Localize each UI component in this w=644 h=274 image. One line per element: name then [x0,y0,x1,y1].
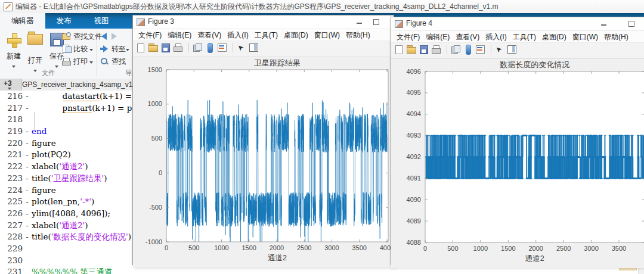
menu-item-7[interactable]: 帮助(H) [601,32,631,42]
menu-item-2[interactable]: 查看(V) [453,32,482,42]
compare-dropdown-caret[interactable] [89,49,93,51]
figure4-titlebar[interactable]: Figure 4 [391,17,644,31]
menu-item-7[interactable]: 帮助(H) [343,30,373,41]
toolbar-separator [233,43,233,52]
print-dropdown-caret[interactable] [89,61,93,64]
figure3-titlebar[interactable]: Figure 3 [133,15,394,29]
menu-item-1[interactable]: 编辑(E) [423,32,453,42]
save-figure-icon[interactable] [419,45,430,54]
menu-item-0[interactable]: 文件(F) [135,30,165,41]
goto-icon [100,45,109,52]
exec-marker: - [23,208,32,220]
new-figure-icon[interactable] [135,43,147,52]
property-inspector-icon[interactable] [249,43,260,52]
figure4-window[interactable]: Figure 4 文件(F)编辑(E)查看(V)插入(I)工具(T)桌面(D)窗… [391,17,644,265]
figure4-canvas: 0500100015002000250030003500408840894090… [391,59,644,268]
new-figure-icon[interactable] [394,45,405,54]
toolbar-separator [491,45,491,54]
minimize-button[interactable] [596,17,612,30]
y-tick-label: 0 [159,169,162,176]
code-text: pnstart(k+1) = p [32,103,132,113]
exec-marker: - [23,161,32,173]
figure4-toolbar [391,43,644,59]
insert-colorbar-icon[interactable] [205,43,216,52]
exec-marker: - [23,185,32,197]
open-file-icon[interactable] [406,45,417,54]
goto-dropdown-caret[interactable] [126,49,129,51]
menu-item-6[interactable]: 窗口(W) [569,32,601,42]
ribbon-tab-view[interactable]: 视图 [83,13,120,29]
find-button[interactable]: 查找 [100,55,126,67]
code-text: xlabel('通道2') [32,161,88,171]
document-tab[interactable]: GPS_receiver_tracking_4samp_v1.m [21,79,134,91]
save-dropdown-caret[interactable] [55,66,58,68]
menu-item-0[interactable]: 文件(F) [394,32,423,42]
x-tick-label: 500 [447,245,458,252]
menu-item-1[interactable]: 编辑(E) [165,30,194,41]
doc-overflow-badge[interactable]: +3 [4,79,12,90]
x-tick-label: 2000 [528,245,543,252]
menu-item-4[interactable]: 工具(T) [252,30,281,41]
code-text: plot(len_pn,'-*') [32,197,94,206]
y-tick-label: 4088 [407,239,421,246]
ribbon-tab-editor[interactable]: 编辑器 [0,13,45,29]
compare-button[interactable]: 比较 [62,43,93,55]
insert-legend-icon[interactable] [217,43,228,52]
y-tick-label: 1000 [148,100,162,107]
x-tick-label: 3000 [584,245,598,252]
exec-marker: - [23,102,32,114]
exec-marker: - [23,126,32,138]
menu-item-5[interactable]: 桌面(D) [539,32,569,42]
maximize-button[interactable] [624,17,639,30]
print-figure-icon[interactable] [431,45,442,54]
edit-plot-pointer-icon[interactable] [236,43,247,52]
toolbar-separator [188,43,189,52]
save-figure-icon[interactable] [160,43,172,52]
minimize-button[interactable] [352,15,367,29]
y-tick-label: 4091 [407,175,421,182]
maximize-button[interactable] [369,15,384,29]
property-inspector-icon[interactable] [507,45,518,54]
y-tick-label: 500 [151,135,162,142]
menu-item-5[interactable]: 桌面(D) [281,30,311,41]
exec-marker: - [23,173,32,185]
menu-item-4[interactable]: 工具(T) [510,32,539,42]
insert-legend-icon[interactable] [475,45,487,54]
back-icon[interactable] [101,33,107,40]
y-tick-label: 4095 [407,89,421,96]
matlab-titlebar: 编辑器 - E:\北邮合作\GPSmatlab\gps部分数据及说明\本人研究生… [0,0,644,14]
print-figure-icon[interactable] [173,43,184,52]
x-tick-label: 500 [188,244,199,251]
exec-marker: - [23,149,32,161]
new-dropdown-caret[interactable] [12,66,16,68]
figure3-window[interactable]: Figure 3 文件(F)编辑(E)查看(V)插入(I)工具(T)桌面(D)窗… [132,15,394,265]
x-tick-label: 1500 [242,244,256,251]
line-number: 219 [0,126,23,138]
goto-button[interactable]: 转至 [100,43,129,55]
open-file-icon[interactable] [148,43,159,52]
x-tick-label: 1000 [473,245,488,252]
insert-colorbar-icon[interactable] [463,45,474,54]
menu-item-6[interactable]: 窗口(W) [311,30,343,41]
menu-item-2[interactable]: 查看(V) [194,30,224,41]
x-tick-label: 0 [165,244,168,251]
y-tick-label: 1500 [148,66,162,73]
find-files-button[interactable]: 查找文件 [62,30,102,42]
x-tick-label: 2500 [556,245,571,252]
ribbon-tab-publish[interactable]: 发布 [45,13,83,29]
print-button[interactable]: 打印 [62,55,93,67]
exec-marker: - [23,196,32,208]
y-tick-label: 4092 [407,153,421,160]
copy-figure-icon[interactable] [192,43,203,52]
x-tick-label: 3500 [612,245,626,252]
find-icon [100,57,109,65]
menu-item-3[interactable]: 插入(I) [224,30,251,41]
x-tick-label: 3000 [324,244,339,251]
menu-item-3[interactable]: 插入(I) [482,32,509,42]
edit-plot-pointer-icon[interactable] [494,45,506,54]
figure-icon [395,20,403,28]
forward-icon[interactable] [112,33,117,40]
line-number: 229 [0,243,23,255]
copy-figure-icon[interactable] [450,45,462,54]
doc-overflow-caret[interactable] [8,88,11,90]
